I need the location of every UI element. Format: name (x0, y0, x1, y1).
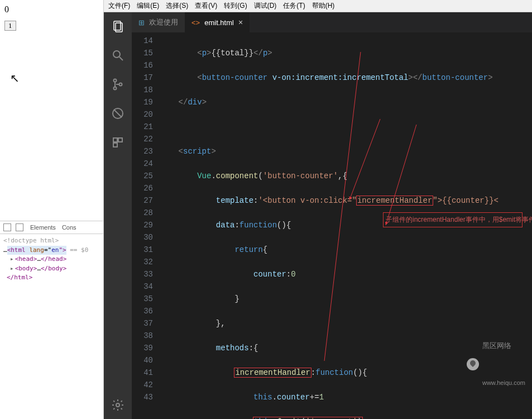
devtools-toolbar: Elements Cons (0, 221, 103, 234)
svg-point-2 (113, 51, 120, 58)
watermark: 黑区网络 www.heiqu.com (467, 315, 525, 413)
menu-debug[interactable]: 调试(D) (254, 1, 277, 11)
svg-point-4 (114, 79, 117, 82)
menu-edit[interactable]: 编辑(E) (137, 1, 159, 11)
svg-rect-10 (118, 138, 122, 142)
activity-bar (104, 12, 132, 419)
inspect-icon[interactable] (3, 223, 11, 231)
code-content[interactable]: <p>{{total}}</p> <button-counter v-on:in… (160, 32, 532, 419)
menu-goto[interactable]: 转到(G) (224, 1, 247, 11)
close-icon[interactable]: × (238, 18, 243, 27)
extensions-icon[interactable] (111, 135, 125, 150)
svg-point-12 (116, 403, 119, 407)
highlight-increment-handler-method: incrementHandler (234, 368, 310, 377)
browser-panel: 0 1 ↖ Elements Cons <!doctype html> …<ht… (0, 0, 104, 419)
html-file-icon: <> (191, 18, 200, 27)
page-preview: 0 1 ↖ (0, 0, 103, 221)
settings-icon[interactable] (111, 398, 125, 412)
search-icon[interactable] (111, 48, 125, 63)
svg-line-8 (114, 109, 122, 117)
source-control-icon[interactable] (111, 77, 125, 92)
annotation-text: 子组件的incrementHandler事件中，用$emit将事件发出去。记得这… (383, 212, 523, 227)
devtools-tab-elements[interactable]: Elements (28, 224, 58, 231)
vscode-icon: ⊞ (138, 18, 145, 27)
device-icon[interactable] (16, 223, 23, 231)
tab-emit-html[interactable]: <> emit.html × (185, 12, 250, 32)
total-display: 0 (4, 4, 99, 15)
explorer-icon[interactable] (111, 19, 125, 34)
watermark-logo-icon (467, 358, 479, 370)
debug-icon[interactable] (111, 106, 125, 121)
menu-help[interactable]: 帮助(H) (312, 1, 335, 11)
highlight-increment-handler-template: incrementHandler (357, 196, 433, 205)
menu-bar: 文件(F) 编辑(E) 选择(S) 查看(V) 转到(G) 调试(D) 任务(T… (104, 0, 532, 12)
cursor-icon: ↖ (10, 72, 20, 85)
tabs-row: ⊞ 欢迎使用 <> emit.html × (132, 12, 532, 32)
svg-point-5 (114, 87, 117, 90)
svg-line-3 (119, 57, 123, 60)
menu-tasks[interactable]: 任务(T) (283, 1, 305, 11)
svg-point-6 (119, 83, 122, 86)
tab-welcome[interactable]: ⊞ 欢迎使用 (132, 12, 185, 32)
svg-rect-11 (113, 143, 117, 147)
counter-button[interactable]: 1 (4, 21, 16, 31)
devtools-tab-console[interactable]: Cons (60, 224, 79, 231)
editor-panel: 文件(F) 编辑(E) 选择(S) 查看(V) 转到(G) 调试(D) 任务(T… (104, 0, 532, 419)
menu-view[interactable]: 查看(V) (195, 1, 217, 11)
svg-rect-9 (113, 138, 117, 142)
menu-select[interactable]: 选择(S) (166, 1, 188, 11)
devtools-panel: Elements Cons <!doctype html> …<html lan… (0, 221, 103, 419)
code-editor[interactable]: 1415161718192021222324252627282930313233… (132, 32, 532, 419)
line-gutter: 1415161718192021222324252627282930313233… (132, 32, 160, 419)
dom-tree[interactable]: <!doctype html> …<html lang="en"> == $0 … (0, 234, 103, 285)
menu-file[interactable]: 文件(F) (108, 1, 130, 11)
